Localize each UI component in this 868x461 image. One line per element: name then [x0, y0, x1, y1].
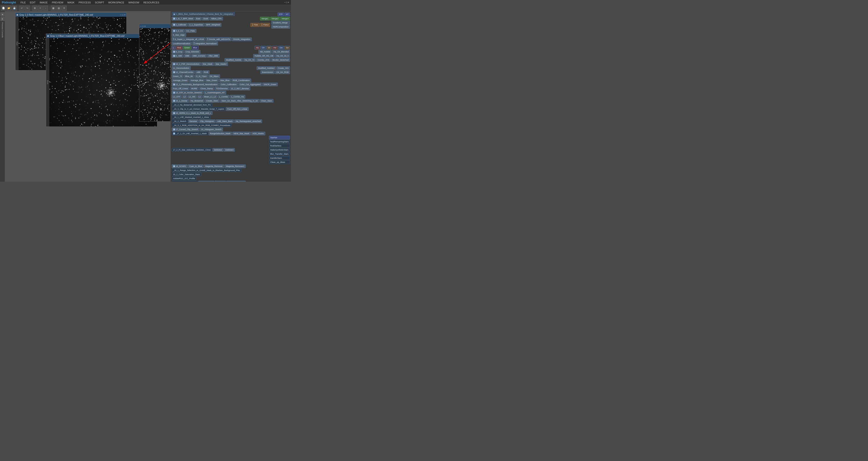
node-deblote2[interactable]: Deblote2 — [213, 148, 223, 152]
node-3-0-cc[interactable]: ▣ 3_0_CC — [172, 29, 185, 33]
app-maximize[interactable]: □ — [286, 1, 287, 4]
sidebar-tool-2[interactable]: ⊕ — [0, 17, 4, 21]
node-dusk[interactable]: Dusk — [202, 17, 210, 21]
node-final-starless[interactable]: finalStarless — [269, 144, 290, 147]
toolbar-open[interactable]: 📂 — [6, 6, 11, 11]
node-tgv-lite[interactable]: TGV_Lite — [215, 181, 226, 182]
node-make-synthetic[interactable]: MakeSyntheticStars — [269, 148, 290, 152]
node-ha-oii-34-5[interactable]: Ha_OII_34_5 — [275, 54, 290, 58]
menu-image[interactable]: IMAGE — [38, 1, 49, 4]
toolbar-view2[interactable]: ▤ — [56, 6, 61, 11]
node-l-autohist-ht[interactable]: L_AutoHistogram_HT — [204, 91, 226, 95]
toolbar-zoom-in[interactable]: + — [38, 6, 43, 11]
node-drizzle-weights[interactable]: Σ Drizzle_with_WEIGHTs — [206, 37, 231, 41]
node-l2-stf[interactable]: L2_STF — [172, 95, 182, 99]
node-green[interactable]: Green — [183, 46, 191, 50]
node-max-blue[interactable]: Max_Blue — [219, 78, 231, 82]
toolbar-redo[interactable]: ↪ — [25, 6, 30, 11]
node-deblote3[interactable]: Deblote3 — [224, 148, 235, 152]
node-denoise[interactable]: Denoise — [188, 120, 198, 123]
node-tvg-fine-noise[interactable]: TVG_Fine_noise_Masked — [172, 181, 198, 182]
node-clip-histogram[interactable]: Clip_Histogram — [199, 120, 216, 123]
node-clone-stamp[interactable]: Clone_Stamp — [199, 87, 214, 90]
node-flats2[interactable]: Σ Flats2 — [260, 23, 270, 27]
node-new-star-mask[interactable]: NEW_Star_Mask — [232, 132, 251, 135]
sidebar-tool-1[interactable]: ◈ — [0, 12, 4, 17]
node-sw[interactable]: Sw — [284, 46, 290, 50]
win3-close[interactable]: × — [144, 25, 146, 28]
node-modified-hubble[interactable]: Modified_Hubble — [224, 58, 243, 62]
node-bicolor[interactable]: Bicolor_Stretched — [271, 58, 290, 62]
node-18-scnr2[interactable]: ▣ 18_SCNR2 — [172, 164, 187, 168]
node-hdr-composition[interactable]: HDRComposition — [271, 25, 290, 29]
node-fuzz-off-linear[interactable]: Fuzz_Off_Linear — [172, 87, 189, 90]
node-green-72[interactable]: Green_72 — [172, 74, 183, 78]
app-minimize[interactable]: − — [284, 1, 285, 4]
node-17-curved-clip[interactable]: ▣ 17_Curved_Clip_Stretch — [172, 128, 199, 131]
node-hubble-sr[interactable]: Hubble_SR_HG_OB — [253, 54, 275, 58]
node-8-crop[interactable]: ▣ 8_Crop — [172, 50, 184, 54]
win3-maximize[interactable]: □ — [142, 25, 144, 28]
toolbar-save[interactable]: 💾 — [12, 6, 17, 11]
menu-script[interactable]: SCRIPT — [93, 1, 106, 4]
node-crop-500[interactable]: Crop_500x500 — [184, 50, 200, 54]
node-super-l-integrate[interactable]: Σ 6_Super_L_Integrate_all_LRGB — [172, 37, 205, 41]
node-12-2-mlt[interactable]: 12_2_MLT_denoise — [229, 87, 250, 90]
menu-mask[interactable]: MASK — [66, 1, 76, 4]
node-clean-stars[interactable]: Clean_Stars — [259, 99, 274, 103]
node-16-2-stretch[interactable]: _16_2_Stretch — [172, 120, 188, 123]
node-tgvdenoise[interactable]: TGVDenoise — [215, 87, 229, 90]
node-star-align[interactable]: 5_Star_Align — [172, 33, 186, 37]
node-17-1-lhe-mask[interactable]: ▣ _17_1_Or_LHE_Inverted_1_Mask — [172, 132, 208, 135]
node-fuzz-off-nonlinear[interactable]: Fuzz_Off_Non_Linear — [226, 107, 249, 111]
node-blur-transfer[interactable]: Blur_Transfer_Stars — [269, 152, 290, 156]
node-create-stars[interactable]: Create_Stars — [205, 99, 220, 103]
node-ha-reintegrated[interactable]: Ha_Reintegrated_stretched — [234, 120, 262, 123]
menu-file[interactable]: FILE — [19, 1, 28, 4]
node-stf[interactable]: STF — [278, 12, 284, 16]
node-avg-green[interactable]: Average_Green — [172, 78, 189, 82]
node-16-hdrm[interactable]: ▣ 16_HDRM_6_L_Mask_to_RGB_and_L — [172, 111, 213, 115]
node-east[interactable]: East — [195, 17, 202, 21]
node-sncr-green[interactable]: SNCR_Green — [262, 83, 278, 86]
node-local-norm[interactable]: LocalNormalization — [172, 42, 192, 45]
node-add-stars-back[interactable]: Add_Stars_Back — [216, 120, 234, 123]
win1-maximize[interactable]: □ — [122, 13, 123, 16]
node-9-abe[interactable]: ▣ 9_ABE — [172, 54, 183, 58]
win3-minimize[interactable]: − — [140, 25, 142, 28]
node-ha-oii-blended[interactable]: Ha_OII_Blended — [272, 50, 290, 54]
node-ow[interactable]: Ow — [278, 46, 284, 50]
node-ha-oii-72[interactable]: Ha_OII_72 — [243, 58, 256, 62]
node-integration-norm[interactable]: Σ Integration_Normalized — [192, 41, 218, 45]
node-cc-flats[interactable]: CC_Flats — [185, 29, 196, 33]
node-calibrate[interactable]: ▣ 2_Calibrate — [172, 23, 187, 27]
node-modified-hubble2[interactable]: Modified_Hubble2 — [257, 66, 276, 70]
menu-workspace[interactable]: WORKSPACE — [106, 1, 126, 4]
node-l1-ms[interactable]: L1_MS — [187, 95, 197, 99]
node-photometry-bg-neut[interactable]: ▣ 12_1_Photometry_Background_Neutralizat… — [172, 83, 219, 86]
node-abe-2[interactable]: ABE — [195, 70, 202, 74]
win1-close[interactable]: × — [124, 13, 125, 16]
menu-window[interactable]: WINDOW — [127, 1, 141, 4]
node-add-masks[interactable]: ADD_Masks — [251, 132, 265, 135]
node-blue[interactable]: Blue — [192, 46, 199, 50]
node-after-dbe[interactable]: After_DBE — [207, 54, 220, 58]
node-lum-masked-tgv[interactable]: LumMasked_TGV — [226, 181, 246, 182]
win1-titlebar[interactable]: ▣ Gray 1:3 Red | masterLight-BINNING_1-F… — [16, 13, 126, 17]
node-nb-hubble[interactable]: NB_Hubble — [258, 50, 272, 54]
node-merge1[interactable]: Merge1 — [260, 17, 270, 21]
node-transfer-stars[interactable]: transferStars — [269, 156, 290, 160]
toolbar-view1[interactable]: ▦ — [51, 6, 56, 11]
app-close[interactable]: × — [288, 1, 289, 4]
node-16-1-lhe[interactable]: _16_1_LHE_Masked_Inverted_1_clone — [172, 116, 210, 119]
node-ha-destarred[interactable]: Ha_destarred — [189, 99, 205, 103]
node-starnet[interactable]: StarNet — [269, 136, 290, 139]
node-color-cal-agg[interactable]: Color_Cal_Aggregated — [239, 83, 262, 86]
node-combo-2hs[interactable]: Combo_2HS — [256, 58, 271, 62]
win3-titlebar[interactable]: − □ × — [139, 24, 170, 28]
node-star-mask[interactable]: Star_Mask — [202, 62, 214, 66]
node-or-histogram[interactable]: Or_Histogram_Stretch — [200, 128, 223, 131]
node-18-1-range-sel[interactable]: _18_1_Range_Selection_or_GAME_Mask_to_Bl… — [172, 168, 241, 172]
node-star-mask2[interactable]: Star_Mask2 — [214, 62, 228, 66]
node-color-calibration[interactable]: Color_Calibration — [219, 83, 238, 86]
